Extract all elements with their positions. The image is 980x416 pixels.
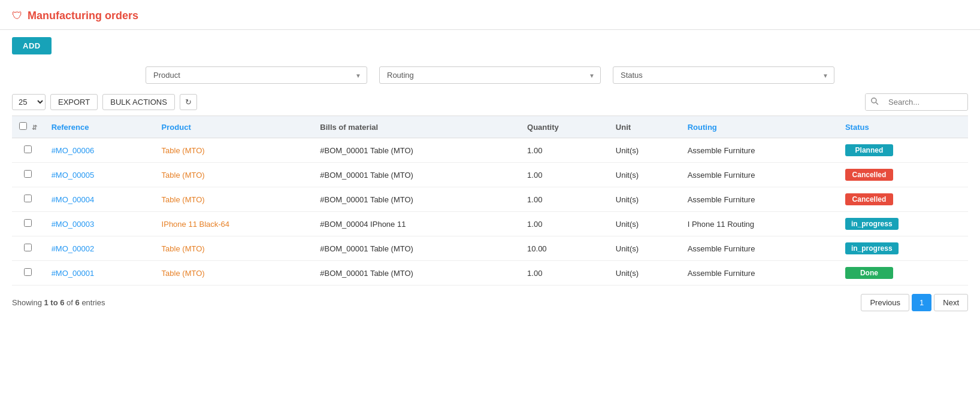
table-row: #MO_00005 Table (MTO) #BOM_00001 Table (… [12, 163, 968, 187]
per-page-select[interactable]: 25 50 100 [12, 94, 46, 110]
row-checkbox-0[interactable] [24, 145, 32, 153]
cell-routing: Assemble Furniture [680, 138, 838, 163]
routing-filter[interactable]: Routing [379, 66, 601, 84]
manufacturing-orders-table: ⇵ Reference Product Bills of material Qu… [12, 116, 968, 286]
select-all-checkbox[interactable] [19, 122, 27, 130]
row-checkbox-cell [12, 212, 44, 236]
page-1-button[interactable]: 1 [912, 294, 931, 311]
table-body: #MO_00006 Table (MTO) #BOM_00001 Table (… [12, 138, 968, 286]
pagination: Previous 1 Next [861, 294, 968, 311]
table-header-row: ⇵ Reference Product Bills of material Qu… [12, 116, 968, 138]
cell-reference: #MO_00004 [44, 187, 155, 212]
col-unit: Unit [609, 116, 680, 138]
sort-icon: ⇵ [32, 124, 37, 131]
product-link[interactable]: Table (MTO) [162, 269, 205, 278]
status-badge: Planned [845, 144, 893, 156]
cell-unit: Unit(s) [609, 163, 680, 187]
reference-link[interactable]: #MO_00003 [52, 220, 95, 229]
cell-bom: #BOM_00001 Table (MTO) [313, 261, 520, 286]
status-badge: Cancelled [845, 193, 893, 205]
next-button[interactable]: Next [934, 294, 968, 311]
cell-status: Cancelled [838, 187, 968, 212]
col-routing: Routing [680, 116, 838, 138]
filter-row: Product Routing Status [0, 62, 980, 89]
product-link[interactable]: IPhone 11 Black-64 [162, 220, 229, 229]
search-wrap [865, 93, 968, 111]
svg-line-1 [876, 102, 878, 105]
product-link[interactable]: Table (MTO) [162, 146, 205, 155]
status-badge: Done [845, 267, 893, 279]
cell-routing: Assemble Furniture [680, 261, 838, 286]
add-button[interactable]: ADD [12, 37, 52, 54]
search-input[interactable] [884, 95, 967, 110]
row-checkbox-5[interactable] [24, 268, 32, 276]
table-row: #MO_00006 Table (MTO) #BOM_00001 Table (… [12, 138, 968, 163]
cell-routing: I Phone 11 Routing [680, 212, 838, 236]
cell-product: Table (MTO) [155, 187, 313, 212]
search-icon-button[interactable] [866, 94, 884, 110]
status-filter[interactable]: Status [613, 66, 834, 84]
cell-status: in_progress [838, 236, 968, 261]
cell-status: Planned [838, 138, 968, 163]
per-page-wrap: 25 50 100 [12, 94, 46, 110]
cell-routing: Assemble Furniture [680, 187, 838, 212]
cell-quantity: 10.00 [520, 236, 609, 261]
product-filter[interactable]: Product [146, 66, 367, 84]
product-link[interactable]: Table (MTO) [162, 244, 205, 253]
page-header: 🛡 Manufacturing orders [0, 0, 980, 30]
row-checkbox-4[interactable] [24, 244, 32, 251]
table-wrap: ⇵ Reference Product Bills of material Qu… [0, 116, 980, 286]
row-checkbox-1[interactable] [24, 170, 32, 178]
row-checkbox-cell [12, 261, 44, 286]
bulk-actions-button[interactable]: BULK ACTIONS [102, 94, 175, 110]
cell-unit: Unit(s) [609, 138, 680, 163]
status-badge: in_progress [845, 242, 899, 254]
footer-row: Showing 1 to 6 of 6 entries Previous 1 N… [0, 286, 980, 320]
cell-product: IPhone 11 Black-64 [155, 212, 313, 236]
reference-link[interactable]: #MO_00002 [52, 244, 95, 253]
cell-product: Table (MTO) [155, 236, 313, 261]
row-checkbox-2[interactable] [24, 195, 32, 202]
cell-status: in_progress [838, 212, 968, 236]
refresh-button[interactable]: ↻ [180, 94, 197, 110]
cell-unit: Unit(s) [609, 212, 680, 236]
cell-reference: #MO_00002 [44, 236, 155, 261]
cell-unit: Unit(s) [609, 261, 680, 286]
status-filter-wrap: Status [613, 66, 834, 84]
cell-bom: #BOM_00001 Table (MTO) [313, 187, 520, 212]
cell-quantity: 1.00 [520, 187, 609, 212]
showing-total: 6 [75, 298, 80, 307]
page-title: Manufacturing orders [28, 10, 138, 22]
cell-product: Table (MTO) [155, 163, 313, 187]
cell-bom: #BOM_00004 IPhone 11 [313, 212, 520, 236]
row-checkbox-cell [12, 163, 44, 187]
product-link[interactable]: Table (MTO) [162, 171, 205, 180]
status-badge: in_progress [845, 218, 899, 230]
cell-routing: Assemble Furniture [680, 163, 838, 187]
previous-button[interactable]: Previous [861, 294, 909, 311]
cell-unit: Unit(s) [609, 187, 680, 212]
routing-filter-wrap: Routing [379, 66, 601, 84]
cell-bom: #BOM_00001 Table (MTO) [313, 138, 520, 163]
export-button[interactable]: EXPORT [50, 94, 98, 110]
cell-quantity: 1.00 [520, 138, 609, 163]
product-filter-wrap: Product [146, 66, 367, 84]
col-quantity: Quantity [520, 116, 609, 138]
col-bom: Bills of material [313, 116, 520, 138]
product-link[interactable]: Table (MTO) [162, 195, 205, 204]
table-row: #MO_00003 IPhone 11 Black-64 #BOM_00004 … [12, 212, 968, 236]
table-row: #MO_00001 Table (MTO) #BOM_00001 Table (… [12, 261, 968, 286]
row-checkbox-cell [12, 187, 44, 212]
cell-product: Table (MTO) [155, 261, 313, 286]
status-badge: Cancelled [845, 169, 893, 181]
reference-link[interactable]: #MO_00004 [52, 195, 95, 204]
cell-status: Done [838, 261, 968, 286]
row-checkbox-3[interactable] [24, 219, 32, 227]
cell-reference: #MO_00001 [44, 261, 155, 286]
reference-link[interactable]: #MO_00001 [52, 269, 95, 278]
cell-reference: #MO_00003 [44, 212, 155, 236]
cell-bom: #BOM_00001 Table (MTO) [313, 163, 520, 187]
svg-point-0 [872, 98, 876, 103]
reference-link[interactable]: #MO_00005 [52, 171, 95, 180]
reference-link[interactable]: #MO_00006 [52, 146, 95, 155]
